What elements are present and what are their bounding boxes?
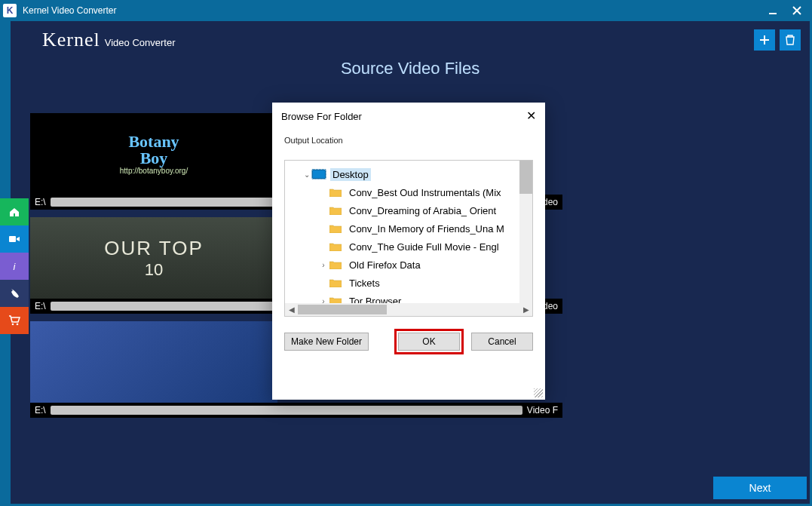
app-header: Kernel Video Converter [11, 21, 810, 54]
resize-grip[interactable] [534, 388, 543, 397]
close-icon [792, 6, 801, 15]
path-redacted [51, 406, 522, 415]
dialog-title: Browse For Folder [281, 111, 526, 122]
folder-icon [329, 223, 342, 234]
ok-button[interactable]: OK [398, 333, 460, 351]
drive-prefix: E:\ [35, 197, 46, 207]
phone-icon [8, 287, 20, 299]
window-titlebar: K Kernel Video Converter [0, 0, 812, 21]
tree-item[interactable]: ⌄Desktop [285, 165, 519, 183]
folder-icon [329, 205, 342, 216]
tree-item[interactable]: ›Tor Browser [285, 292, 519, 303]
video-icon [8, 233, 20, 245]
info-icon: i [8, 260, 20, 272]
tree-item-label: Old Firefox Data [347, 259, 423, 271]
add-button[interactable] [754, 29, 775, 51]
file-path-row: E:\Video F [30, 403, 562, 418]
tree-item-label: Desktop [330, 168, 371, 181]
brand: Kernel Video Converter [42, 29, 175, 51]
app-icon: K [3, 4, 17, 17]
make-new-folder-button[interactable]: Make New Folder [284, 333, 369, 351]
folder-icon [329, 296, 342, 303]
dialog-subtitle: Output Location [272, 128, 545, 154]
tree-item-label: Tickets [347, 277, 382, 290]
delete-button[interactable] [780, 29, 801, 51]
tree-item[interactable]: Tickets [285, 274, 519, 292]
folder-icon [329, 278, 342, 288]
section-title: Source Video Files [11, 59, 810, 78]
drive-prefix: E:\ [35, 301, 46, 311]
svg-text:i: i [14, 261, 17, 272]
svg-point-7 [12, 324, 14, 326]
sidebar-home[interactable] [0, 198, 29, 225]
next-button[interactable]: Next [713, 477, 807, 499]
sidebar-phone[interactable] [0, 280, 29, 307]
trash-icon [784, 34, 796, 46]
chevron-right-icon[interactable]: › [318, 297, 329, 304]
ok-highlight: OK [394, 329, 464, 354]
tree-item[interactable]: Conv_The Guide Full Movie - Engl [285, 238, 519, 256]
chevron-right-icon[interactable]: › [318, 261, 329, 269]
sidebar-info[interactable]: i [0, 253, 29, 280]
close-button[interactable] [785, 2, 809, 20]
desktop-icon [312, 170, 326, 179]
tree-item[interactable]: Conv_In Memory of Friends_Una M [285, 219, 519, 238]
sidebar-video[interactable] [0, 225, 29, 253]
tree-item-label: Conv_Best Oud Instrumentals (Mix [347, 186, 504, 199]
tree-item-label: Conv_In Memory of Friends_Una M [347, 222, 507, 235]
brand-main: Kernel [42, 29, 100, 51]
folder-icon [329, 259, 342, 270]
drive-prefix: E:\ [35, 405, 46, 416]
minimize-button[interactable] [761, 2, 785, 20]
cart-icon [8, 314, 20, 327]
chevron-down-icon[interactable]: ⌄ [302, 170, 312, 179]
tree-item[interactable]: Conv_Best Oud Instrumentals (Mix [285, 183, 519, 201]
folder-icon [329, 241, 342, 252]
folder-icon [329, 187, 342, 198]
tree-item-label: Tor Browser [347, 295, 403, 304]
window-title: Kernel Video Converter [23, 5, 761, 16]
minimize-icon [768, 6, 777, 15]
plus-icon [758, 34, 771, 46]
tree-item-label: Conv_The Guide Full Movie - Engl [347, 241, 501, 253]
home-icon [8, 206, 20, 218]
video-thumbnail: BotanyBoyhttp://botanyboy.org/ [30, 113, 277, 195]
folder-tree[interactable]: ⌄DesktopConv_Best Oud Instrumentals (Mix… [284, 160, 533, 317]
dialog-close-button[interactable]: ✕ [526, 110, 536, 122]
tree-scrollbar-vertical[interactable] [519, 161, 532, 303]
svg-rect-5 [9, 236, 16, 242]
browse-folder-dialog: Browse For Folder ✕ Output Location ⌄Des… [272, 103, 545, 400]
brand-sub: Video Converter [105, 37, 176, 48]
tree-item[interactable]: Conv_Dreaming of Arabia_ Orient [285, 201, 519, 219]
video-thumbnail: OUR TOP10 [30, 217, 277, 299]
cancel-button[interactable]: Cancel [471, 333, 533, 351]
tree-scrollbar-horizontal[interactable]: ◀▶ [285, 303, 532, 316]
sidebar: i [0, 198, 29, 334]
svg-point-8 [17, 324, 19, 326]
tree-item[interactable]: ›Old Firefox Data [285, 256, 519, 274]
sidebar-cart[interactable] [0, 307, 29, 334]
video-thumbnail [30, 321, 277, 403]
file-type-label: Video F [527, 405, 558, 416]
tree-item-label: Conv_Dreaming of Arabia_ Orient [347, 204, 498, 217]
